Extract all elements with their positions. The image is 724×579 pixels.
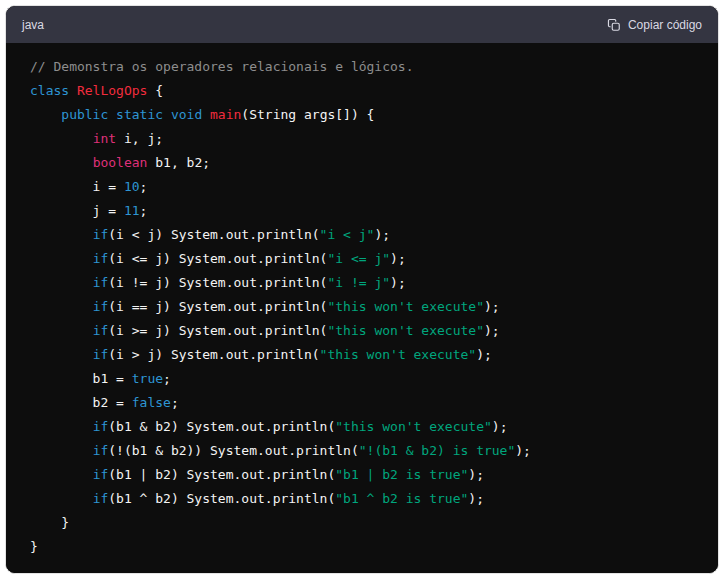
code-token: ; (171, 395, 179, 410)
code-token (108, 107, 116, 122)
code-token (69, 83, 77, 98)
code-token (30, 491, 93, 506)
code-token: ); (468, 467, 484, 482)
code-line: if(i != j) System.out.println("i != j"); (30, 271, 694, 295)
code-token: if (93, 323, 109, 338)
code-token: // Demonstra os operadores relacionais e… (30, 59, 414, 74)
code-token: false (132, 395, 171, 410)
code-token: if (93, 275, 109, 290)
copy-icon (607, 18, 621, 32)
code-token: ); (390, 251, 406, 266)
code-token: if (93, 227, 109, 242)
code-token: "b1 | b2 is true" (335, 467, 468, 482)
code-token: { (147, 83, 163, 98)
code-line: if(i == j) System.out.println("this won'… (30, 295, 694, 319)
code-token: (i > j) System.out.println( (108, 347, 319, 362)
code-area: // Demonstra os operadores relacionais e… (6, 43, 718, 573)
code-token: b1, b2; (147, 155, 210, 170)
code-line: if(i > j) System.out.println("this won't… (30, 343, 694, 367)
code-token: 11 (124, 203, 140, 218)
code-token: ; (140, 179, 148, 194)
code-token: } (30, 515, 69, 530)
code-line: } (30, 511, 694, 535)
code-line: if(b1 ^ b2) System.out.println("b1 ^ b2 … (30, 487, 694, 511)
code-token: b1 = (30, 371, 132, 386)
code-token: (i < j) System.out.println( (108, 227, 319, 242)
code-token: if (93, 467, 109, 482)
code-token: if (93, 491, 109, 506)
code-line: b2 = false; (30, 391, 694, 415)
code-token: "b1 ^ b2 is true" (335, 491, 468, 506)
code-line: boolean b1, b2; (30, 151, 694, 175)
code-token (30, 155, 93, 170)
code-token: void (171, 107, 202, 122)
code-token: i = (30, 179, 124, 194)
code-line: // Demonstra os operadores relacionais e… (30, 55, 694, 79)
code-token: (i != j) System.out.println( (108, 275, 327, 290)
code-token: ; (140, 203, 148, 218)
code-token: boolean (93, 155, 148, 170)
code-token: class (30, 83, 69, 98)
code-token: j = (30, 203, 124, 218)
code-token (30, 443, 93, 458)
code-token: ; (163, 371, 171, 386)
code-token: if (93, 299, 109, 314)
code-line: public static void main(String args[]) { (30, 103, 694, 127)
code-block-header: java Copiar código (6, 6, 718, 43)
code-line: int i, j; (30, 127, 694, 151)
code-token: ); (390, 275, 406, 290)
code-block: java Copiar código // Demonstra os opera… (5, 5, 719, 574)
code-token (30, 467, 93, 482)
code-token: if (93, 347, 109, 362)
code-token: ); (484, 299, 500, 314)
code-line: if(i <= j) System.out.println("i <= j"); (30, 247, 694, 271)
code-token: if (93, 251, 109, 266)
code-token: 10 (124, 179, 140, 194)
code-token: "this won't execute" (327, 299, 484, 314)
code-content: // Demonstra os operadores relacionais e… (30, 55, 694, 559)
code-token: (i >= j) System.out.println( (108, 323, 327, 338)
code-token (30, 227, 93, 242)
code-token: if (93, 419, 109, 434)
code-line: i = 10; (30, 175, 694, 199)
code-token: "this won't execute" (320, 347, 477, 362)
code-line: if(i >= j) System.out.println("this won'… (30, 319, 694, 343)
code-line: j = 11; (30, 199, 694, 223)
code-token (30, 107, 61, 122)
code-token: public (61, 107, 108, 122)
code-token: "this won't execute" (327, 323, 484, 338)
code-token: "i <= j" (327, 251, 390, 266)
code-token (163, 107, 171, 122)
code-token (30, 347, 93, 362)
code-token: "i < j" (320, 227, 375, 242)
language-label: java (22, 18, 44, 32)
code-token: ); (492, 419, 508, 434)
code-token: ); (484, 323, 500, 338)
code-line: if(i < j) System.out.println("i < j"); (30, 223, 694, 247)
code-token: } (30, 539, 38, 554)
code-token: (b1 ^ b2) System.out.println( (108, 491, 335, 506)
code-line: if(b1 & b2) System.out.println("this won… (30, 415, 694, 439)
code-token: main (210, 107, 241, 122)
code-token: ); (515, 443, 531, 458)
code-line: class RelLogOps { (30, 79, 694, 103)
code-token: "i != j" (327, 275, 390, 290)
code-token: static (116, 107, 163, 122)
copy-code-button[interactable]: Copiar código (607, 14, 702, 36)
code-line: b1 = true; (30, 367, 694, 391)
code-token: if (93, 443, 109, 458)
code-token: int (93, 131, 116, 146)
code-token: (b1 & b2) System.out.println( (108, 419, 335, 434)
code-token (30, 419, 93, 434)
code-line: if(b1 | b2) System.out.println("b1 | b2 … (30, 463, 694, 487)
code-line: } (30, 535, 694, 559)
code-token: (String args[]) { (241, 107, 374, 122)
code-token: ); (468, 491, 484, 506)
code-line: if(!(b1 & b2)) System.out.println("!(b1 … (30, 439, 694, 463)
code-token: true (132, 371, 163, 386)
code-token: ); (374, 227, 390, 242)
code-token: "this won't execute" (335, 419, 492, 434)
code-token: (i <= j) System.out.println( (108, 251, 327, 266)
code-token (30, 275, 93, 290)
code-token (30, 323, 93, 338)
